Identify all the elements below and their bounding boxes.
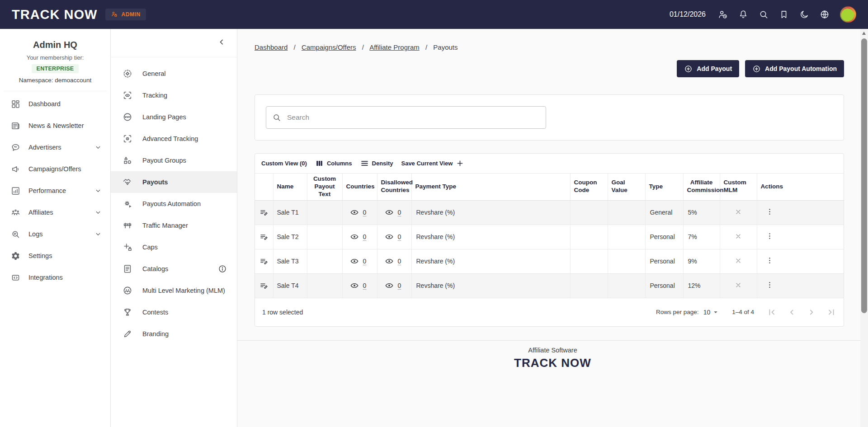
submenu-item-mlm[interactable]: Multi Level Marketing (MLM) <box>111 280 237 301</box>
eye-icon[interactable] <box>350 232 359 241</box>
eye-icon[interactable] <box>350 208 359 217</box>
main-sidebar: Admin HQ Your membership tier: ENTERPRIS… <box>0 29 111 427</box>
columns-button[interactable]: Columns <box>315 159 352 168</box>
row-edit-icon[interactable] <box>259 208 269 217</box>
countries-count[interactable]: 0 <box>363 233 367 241</box>
header-disallowed-countries[interactable]: Disallowed Countries <box>377 174 411 200</box>
trophy-icon <box>123 307 132 317</box>
header-type[interactable]: Type <box>645 174 683 200</box>
submenu-item-payout-groups[interactable]: Payout Groups <box>111 150 237 171</box>
eye-icon[interactable] <box>385 232 394 241</box>
table-row[interactable]: Sale T3 0 0 Revshare (%) Personal 9% <box>255 249 844 273</box>
window-scrollbar[interactable] <box>860 29 868 427</box>
handshake-icon <box>123 177 132 187</box>
search-box[interactable] <box>266 106 546 129</box>
sidebar-item-campaigns-offers[interactable]: Campaigns/Offers <box>0 158 110 180</box>
submenu-item-advanced-tracking[interactable]: Advanced Tracking <box>111 128 237 150</box>
user-avatar[interactable] <box>840 6 856 23</box>
submenu-item-payouts-automation[interactable]: Payouts Automation <box>111 193 237 215</box>
countries-count[interactable]: 0 <box>363 209 367 216</box>
previous-page-icon[interactable] <box>787 307 797 317</box>
sidebar-item-advertisers[interactable]: Advertisers <box>0 136 110 158</box>
bookmark-icon[interactable] <box>779 9 789 19</box>
countries-count[interactable]: 0 <box>363 282 367 290</box>
submenu-item-branding[interactable]: Branding <box>111 323 237 345</box>
disallowed-countries-count[interactable]: 0 <box>398 209 401 216</box>
cell-affiliate-commission: 7% <box>683 225 720 249</box>
row-actions-kebab-icon[interactable] <box>765 232 774 240</box>
sidebar-item-news-newsletter[interactable]: News & Newsletter <box>0 115 110 136</box>
row-edit-icon[interactable] <box>259 257 269 266</box>
footer-logo: TRACK NOW <box>237 356 868 370</box>
sidebar-item-logs[interactable]: Logs <box>0 223 110 245</box>
rows-per-page-select[interactable]: 10 <box>703 308 721 317</box>
cell-type: Personal <box>645 225 683 249</box>
table-header-row: Name Custom Payout Text Countries Disall… <box>255 174 844 200</box>
table-row[interactable]: Sale T4 0 0 Revshare (%) Personal 12% <box>255 273 844 298</box>
table-row[interactable]: Sale T1 0 0 Revshare (%) General 5% <box>255 200 844 225</box>
countries-count[interactable]: 0 <box>363 258 367 265</box>
scrollbar-thumb[interactable] <box>861 38 867 313</box>
search-input[interactable] <box>286 113 540 122</box>
submenu-item-tracking[interactable]: Tracking <box>111 84 237 106</box>
main-content: Dashboard / Campaigns/Offers / Affiliate… <box>237 29 868 427</box>
density-button[interactable]: Density <box>360 159 393 168</box>
eye-icon[interactable] <box>350 281 359 290</box>
header-name[interactable]: Name <box>273 174 307 200</box>
row-actions-kebab-icon[interactable] <box>765 207 774 216</box>
dashboard-icon <box>11 99 20 109</box>
row-actions-kebab-icon[interactable] <box>765 281 774 289</box>
sidebar-item-performance[interactable]: Performance <box>0 180 110 202</box>
eye-icon[interactable] <box>350 257 359 266</box>
add-payout-automation-button[interactable]: Add Payout Automation <box>745 60 844 77</box>
language-globe-icon[interactable] <box>820 9 830 19</box>
submenu-item-payouts[interactable]: Payouts <box>111 171 237 193</box>
breadcrumb-affiliate-program[interactable]: Affiliate Program <box>369 43 420 51</box>
notifications-bell-icon[interactable] <box>738 9 748 19</box>
sidebar-item-settings[interactable]: Settings <box>0 245 110 267</box>
header-affiliate-commission[interactable]: Affiliate Commission <box>683 174 720 200</box>
sidebar-item-integrations[interactable]: Integrations <box>0 267 110 288</box>
row-edit-icon[interactable] <box>259 232 269 241</box>
submenu-item-general[interactable]: General <box>111 63 237 84</box>
header-custom-mlm[interactable]: Custom MLM <box>720 174 757 200</box>
last-page-icon[interactable] <box>826 307 836 317</box>
next-page-icon[interactable] <box>807 307 816 317</box>
sidebar-item-dashboard[interactable]: Dashboard <box>0 93 110 115</box>
dark-mode-moon-icon[interactable] <box>799 9 809 19</box>
custom-view-button[interactable]: Custom View (0) <box>261 160 307 167</box>
sidebar-item-affiliates[interactable]: Affiliates <box>0 202 110 223</box>
submenu-item-contests[interactable]: Contests <box>111 301 237 323</box>
breadcrumb-campaigns-offers[interactable]: Campaigns/Offers <box>302 43 356 51</box>
header-coupon-code[interactable]: Coupon Code <box>570 174 608 200</box>
collapse-sidebar-icon[interactable] <box>217 38 226 47</box>
search-icon[interactable] <box>759 9 769 19</box>
info-icon[interactable] <box>218 264 227 273</box>
megaphone-icon <box>11 164 20 174</box>
x-mark-icon <box>735 282 742 289</box>
header-payment-type[interactable]: Payment Type <box>411 174 570 200</box>
save-current-view-button[interactable]: Save Current View <box>401 159 464 168</box>
disallowed-countries-count[interactable]: 0 <box>398 233 401 241</box>
caret-down-icon <box>711 308 720 317</box>
eye-icon[interactable] <box>385 208 394 217</box>
header-countries[interactable]: Countries <box>342 174 377 200</box>
add-payout-button[interactable]: Add Payout <box>677 60 739 77</box>
first-page-icon[interactable] <box>767 307 777 317</box>
eye-icon[interactable] <box>385 257 394 266</box>
submenu-item-caps[interactable]: Caps <box>111 236 237 258</box>
disallowed-countries-count[interactable]: 0 <box>398 282 401 290</box>
table-row[interactable]: Sale T2 0 0 Revshare (%) Personal 7% <box>255 225 844 249</box>
submenu-item-catalogs[interactable]: Catalogs <box>111 258 237 280</box>
disallowed-countries-count[interactable]: 0 <box>398 258 401 265</box>
submenu-item-traffic-manager[interactable]: Traffic Manager <box>111 215 237 236</box>
breadcrumb-dashboard[interactable]: Dashboard <box>255 43 288 51</box>
eye-icon[interactable] <box>385 281 394 290</box>
header-custom-payout-text[interactable]: Custom Payout Text <box>307 174 342 200</box>
row-actions-kebab-icon[interactable] <box>765 256 774 265</box>
user-session-icon[interactable] <box>718 9 728 19</box>
row-edit-icon[interactable] <box>259 281 269 290</box>
header-goal-value[interactable]: Goal Value <box>608 174 645 200</box>
submenu-item-landing-pages[interactable]: Landing Pages <box>111 106 237 128</box>
scrollbar-up-arrow-icon[interactable] <box>862 32 866 35</box>
